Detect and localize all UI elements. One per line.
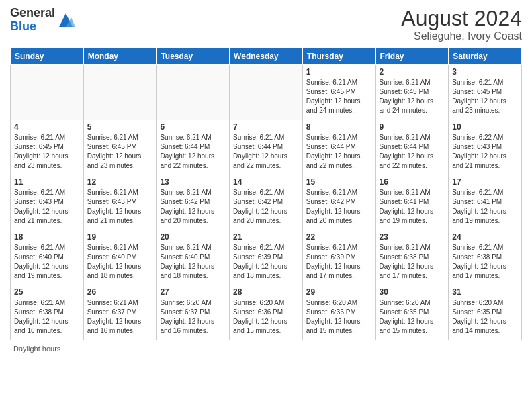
table-row: 6Sunrise: 6:21 AMSunset: 6:44 PMDaylight…	[157, 120, 230, 175]
day-number: 13	[160, 177, 226, 187]
day-number: 27	[160, 287, 226, 297]
table-row: 30Sunrise: 6:20 AMSunset: 6:35 PMDayligh…	[375, 285, 449, 340]
calendar-header-row: Sunday Monday Tuesday Wednesday Thursday…	[11, 48, 522, 65]
day-info: Sunrise: 6:21 AMSunset: 6:43 PMDaylight:…	[14, 188, 80, 226]
day-info: Sunrise: 6:21 AMSunset: 6:38 PMDaylight:…	[380, 243, 445, 281]
day-number: 16	[380, 177, 445, 187]
day-number: 17	[452, 177, 518, 187]
col-saturday: Saturday	[449, 48, 522, 65]
day-info: Sunrise: 6:21 AMSunset: 6:42 PMDaylight:…	[233, 188, 299, 226]
col-wednesday: Wednesday	[230, 48, 303, 65]
col-sunday: Sunday	[11, 48, 84, 65]
day-number: 29	[306, 287, 372, 297]
day-number: 28	[233, 287, 299, 297]
day-info: Sunrise: 6:21 AMSunset: 6:40 PMDaylight:…	[14, 243, 80, 281]
day-info: Sunrise: 6:21 AMSunset: 6:42 PMDaylight:…	[306, 188, 372, 226]
table-row: 1Sunrise: 6:21 AMSunset: 6:45 PMDaylight…	[302, 65, 375, 120]
table-row	[83, 65, 157, 120]
table-row: 19Sunrise: 6:21 AMSunset: 6:40 PMDayligh…	[83, 230, 157, 285]
day-info: Sunrise: 6:21 AMSunset: 6:38 PMDaylight:…	[452, 243, 518, 281]
day-number: 2	[380, 67, 445, 77]
day-number: 12	[87, 177, 153, 187]
day-info: Sunrise: 6:21 AMSunset: 6:44 PMDaylight:…	[306, 133, 372, 171]
day-info: Sunrise: 6:21 AMSunset: 6:41 PMDaylight:…	[380, 188, 445, 226]
logo-blue: Blue	[10, 19, 36, 33]
table-row: 7Sunrise: 6:21 AMSunset: 6:44 PMDaylight…	[230, 120, 303, 175]
day-info: Sunrise: 6:21 AMSunset: 6:45 PMDaylight:…	[14, 133, 80, 171]
day-number: 30	[380, 287, 445, 297]
day-number: 18	[14, 232, 80, 242]
table-row: 20Sunrise: 6:21 AMSunset: 6:40 PMDayligh…	[157, 230, 230, 285]
calendar-week-row: 1Sunrise: 6:21 AMSunset: 6:45 PMDaylight…	[11, 65, 522, 120]
day-info: Sunrise: 6:20 AMSunset: 6:35 PMDaylight:…	[380, 298, 445, 336]
table-row: 5Sunrise: 6:21 AMSunset: 6:45 PMDaylight…	[83, 120, 157, 175]
table-row: 8Sunrise: 6:21 AMSunset: 6:44 PMDaylight…	[302, 120, 375, 175]
day-number: 5	[87, 122, 153, 132]
calendar: Sunday Monday Tuesday Wednesday Thursday…	[10, 48, 522, 340]
day-number: 10	[452, 122, 518, 132]
table-row	[230, 65, 303, 120]
day-number: 31	[452, 287, 518, 297]
logo-icon	[56, 11, 75, 30]
table-row: 24Sunrise: 6:21 AMSunset: 6:38 PMDayligh…	[449, 230, 522, 285]
day-info: Sunrise: 6:21 AMSunset: 6:37 PMDaylight:…	[87, 298, 153, 336]
table-row: 21Sunrise: 6:21 AMSunset: 6:39 PMDayligh…	[230, 230, 303, 285]
calendar-week-row: 18Sunrise: 6:21 AMSunset: 6:40 PMDayligh…	[11, 230, 522, 285]
title-block: August 2024 Selieguhe, Ivory Coast	[401, 7, 522, 42]
table-row: 2Sunrise: 6:21 AMSunset: 6:45 PMDaylight…	[375, 65, 449, 120]
day-info: Sunrise: 6:20 AMSunset: 6:37 PMDaylight:…	[160, 298, 226, 336]
table-row: 25Sunrise: 6:21 AMSunset: 6:38 PMDayligh…	[11, 285, 84, 340]
day-info: Sunrise: 6:21 AMSunset: 6:45 PMDaylight:…	[380, 78, 445, 116]
day-number: 24	[452, 232, 518, 242]
day-number: 20	[160, 232, 226, 242]
logo: General Blue	[10, 7, 75, 34]
calendar-week-row: 25Sunrise: 6:21 AMSunset: 6:38 PMDayligh…	[11, 285, 522, 340]
day-info: Sunrise: 6:20 AMSunset: 6:35 PMDaylight:…	[452, 298, 518, 336]
day-info: Sunrise: 6:21 AMSunset: 6:44 PMDaylight:…	[160, 133, 226, 171]
footer: Daylight hours	[10, 345, 522, 353]
day-number: 15	[306, 177, 372, 187]
table-row: 11Sunrise: 6:21 AMSunset: 6:43 PMDayligh…	[11, 175, 84, 230]
day-info: Sunrise: 6:21 AMSunset: 6:43 PMDaylight:…	[87, 188, 153, 226]
day-number: 14	[233, 177, 299, 187]
day-info: Sunrise: 6:21 AMSunset: 6:38 PMDaylight:…	[14, 298, 80, 336]
table-row: 31Sunrise: 6:20 AMSunset: 6:35 PMDayligh…	[449, 285, 522, 340]
page-container: General Blue August 2024 Selieguhe, Ivor…	[0, 0, 532, 411]
day-number: 25	[14, 287, 80, 297]
day-info: Sunrise: 6:20 AMSunset: 6:36 PMDaylight:…	[306, 298, 372, 336]
table-row: 12Sunrise: 6:21 AMSunset: 6:43 PMDayligh…	[83, 175, 157, 230]
day-number: 1	[306, 67, 372, 77]
table-row: 15Sunrise: 6:21 AMSunset: 6:42 PMDayligh…	[302, 175, 375, 230]
table-row: 17Sunrise: 6:21 AMSunset: 6:41 PMDayligh…	[449, 175, 522, 230]
day-info: Sunrise: 6:21 AMSunset: 6:44 PMDaylight:…	[233, 133, 299, 171]
day-number: 22	[306, 232, 372, 242]
day-number: 26	[87, 287, 153, 297]
day-number: 7	[233, 122, 299, 132]
table-row: 10Sunrise: 6:22 AMSunset: 6:43 PMDayligh…	[449, 120, 522, 175]
day-number: 3	[452, 67, 518, 77]
logo-general: General	[10, 6, 55, 19]
table-row: 28Sunrise: 6:20 AMSunset: 6:36 PMDayligh…	[230, 285, 303, 340]
table-row: 9Sunrise: 6:21 AMSunset: 6:44 PMDaylight…	[375, 120, 449, 175]
day-info: Sunrise: 6:21 AMSunset: 6:42 PMDaylight:…	[160, 188, 226, 226]
day-info: Sunrise: 6:21 AMSunset: 6:39 PMDaylight:…	[233, 243, 299, 281]
col-friday: Friday	[375, 48, 449, 65]
table-row: 23Sunrise: 6:21 AMSunset: 6:38 PMDayligh…	[375, 230, 449, 285]
day-info: Sunrise: 6:21 AMSunset: 6:39 PMDaylight:…	[306, 243, 372, 281]
table-row: 3Sunrise: 6:21 AMSunset: 6:45 PMDaylight…	[449, 65, 522, 120]
col-thursday: Thursday	[302, 48, 375, 65]
day-number: 11	[14, 177, 80, 187]
day-info: Sunrise: 6:21 AMSunset: 6:45 PMDaylight:…	[306, 78, 372, 116]
table-row: 26Sunrise: 6:21 AMSunset: 6:37 PMDayligh…	[83, 285, 157, 340]
day-info: Sunrise: 6:21 AMSunset: 6:40 PMDaylight:…	[160, 243, 226, 281]
day-info: Sunrise: 6:21 AMSunset: 6:44 PMDaylight:…	[380, 133, 445, 171]
table-row	[11, 65, 84, 120]
day-info: Sunrise: 6:22 AMSunset: 6:43 PMDaylight:…	[452, 133, 518, 171]
header: General Blue August 2024 Selieguhe, Ivor…	[10, 7, 522, 42]
day-number: 9	[380, 122, 445, 132]
col-tuesday: Tuesday	[157, 48, 230, 65]
day-info: Sunrise: 6:20 AMSunset: 6:36 PMDaylight:…	[233, 298, 299, 336]
month-year: August 2024	[401, 7, 522, 30]
table-row: 29Sunrise: 6:20 AMSunset: 6:36 PMDayligh…	[302, 285, 375, 340]
calendar-week-row: 4Sunrise: 6:21 AMSunset: 6:45 PMDaylight…	[11, 120, 522, 175]
